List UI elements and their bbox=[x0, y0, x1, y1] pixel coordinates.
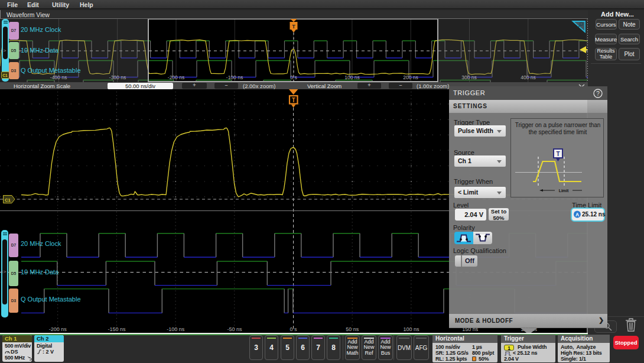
svg-text:100 ns: 100 ns bbox=[403, 326, 419, 332]
svg-text:A: A bbox=[575, 212, 579, 218]
svg-text:-50 ns: -50 ns bbox=[227, 326, 242, 332]
svg-text:-100 ns: -100 ns bbox=[167, 326, 185, 332]
svg-text:T: T bbox=[292, 97, 295, 103]
svg-text:T: T bbox=[556, 151, 560, 157]
svg-text:50 ns: 50 ns bbox=[346, 326, 359, 332]
svg-text:T: T bbox=[292, 24, 295, 30]
svg-text:0 s: 0 s bbox=[290, 326, 298, 332]
svg-text:?: ? bbox=[596, 90, 600, 97]
svg-text:Limit: Limit bbox=[559, 189, 569, 193]
svg-text:-150 ns: -150 ns bbox=[108, 326, 126, 332]
svg-text:C1: C1 bbox=[5, 197, 11, 203]
svg-text:-200 ns: -200 ns bbox=[49, 326, 67, 332]
